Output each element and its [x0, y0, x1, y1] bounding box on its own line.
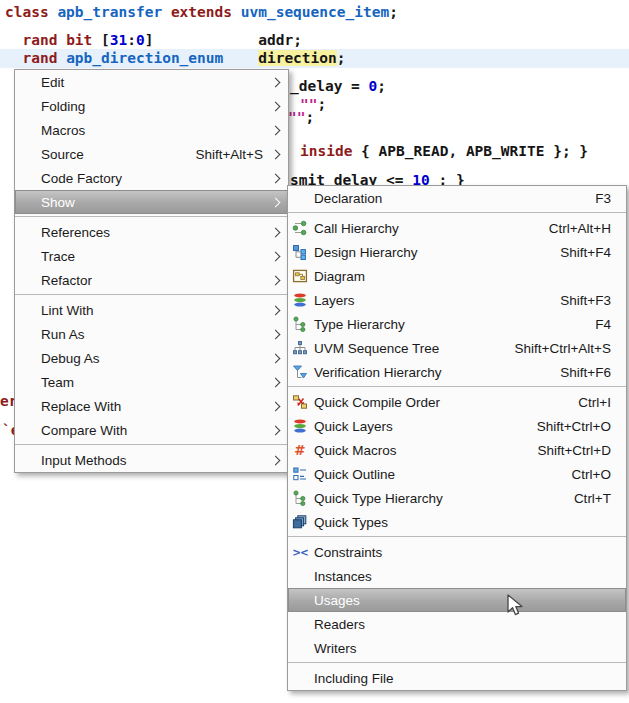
code-token: ;	[317, 96, 326, 112]
menu-item-quick-type-hierarchy[interactable]: Quick Type HierarchyCtrl+T	[288, 486, 626, 510]
mouse-cursor-icon	[506, 594, 528, 622]
menu-item-shortcut: Shift+F3	[560, 293, 611, 308]
code-editor-screen: class apb_transfer extends uvm_sequence_…	[0, 0, 629, 703]
menu-item-instances[interactable]: Instances	[288, 564, 626, 588]
menu-item-layers[interactable]: LayersShift+F3	[288, 288, 626, 312]
menu-item-shortcut: Shift+F6	[560, 365, 611, 380]
menu-item-shortcut: F4	[595, 317, 611, 332]
design-hierarchy-icon	[292, 244, 308, 260]
code-token: bit	[66, 32, 92, 48]
menu-item-replace-with[interactable]: Replace With	[15, 394, 288, 418]
code-token: inside	[300, 143, 352, 159]
menu-item-including-file[interactable]: Including File	[288, 666, 626, 690]
menu-item-run-as[interactable]: Run As	[15, 322, 288, 346]
menu-item-compare-with[interactable]: Compare With	[15, 418, 288, 442]
menu-item-label: Usages	[314, 593, 360, 608]
menu-item-usages[interactable]: Usages	[288, 588, 626, 612]
submenu-arrow-icon	[271, 77, 281, 87]
code-token: ;	[337, 50, 346, 66]
menu-item-input-methods[interactable]: Input Methods	[15, 448, 288, 472]
menu-item-label: Run As	[41, 327, 85, 342]
menu-item-label: Trace	[41, 249, 75, 264]
menu-item-call-hierarchy[interactable]: Call HierarchyCtrl+Alt+H	[288, 216, 626, 240]
menu-item-label: Quick Compile Order	[314, 395, 440, 410]
menu-item-readers[interactable]: Readers	[288, 612, 626, 636]
code-line: rand bit [31:0] addr;	[5, 31, 302, 50]
menu-item-writers[interactable]: Writers	[288, 636, 626, 660]
quick-types-icon	[292, 514, 308, 530]
empty-icon-slot	[292, 190, 308, 206]
menu-item-verification-hierarchy[interactable]: Verification HierarchyShift+F6	[288, 360, 626, 384]
menu-item-code-factory[interactable]: Code Factory	[15, 166, 288, 190]
empty-icon-slot	[292, 592, 308, 608]
call-hierarchy-icon	[292, 220, 308, 236]
context-menu: EditFoldingMacrosSourceShift+Alt+SCode F…	[14, 69, 289, 473]
code-token: apb_transfer	[57, 4, 162, 20]
menu-item-label: Code Factory	[41, 171, 122, 186]
code-fragment: inside { APB_READ, APB_WRITE }; }	[300, 142, 588, 161]
menu-item-uvm-sequence-tree[interactable]: UVM Sequence TreeShift+Ctrl+Alt+S	[288, 336, 626, 360]
empty-icon-slot	[292, 616, 308, 632]
submenu-arrow-icon	[271, 197, 281, 207]
code-token	[5, 50, 22, 66]
submenu-arrow-icon	[271, 329, 281, 339]
menu-item-references[interactable]: References	[15, 220, 288, 244]
menu-item-label: Readers	[314, 617, 365, 632]
empty-icon-slot	[292, 640, 308, 656]
menu-item-label: UVM Sequence Tree	[314, 341, 439, 356]
code-token: { APB_READ, APB_WRITE }; }	[352, 143, 588, 159]
submenu-arrow-icon	[271, 227, 281, 237]
code-token: ;	[377, 78, 386, 94]
code-token	[5, 32, 22, 48]
menu-item-shortcut: Shift+F4	[560, 245, 611, 260]
menu-item-label: Quick Layers	[314, 419, 393, 434]
menu-item-label: Constraints	[314, 545, 382, 560]
code-token: ] addr;	[145, 32, 302, 48]
code-token	[57, 50, 66, 66]
menu-item-show[interactable]: Show	[15, 190, 288, 214]
menu-item-quick-macros[interactable]: #Quick MacrosShift+Ctrl+D	[288, 438, 626, 462]
menu-item-design-hierarchy[interactable]: Design HierarchyShift+F4	[288, 240, 626, 264]
menu-item-shortcut: Shift+Ctrl+D	[537, 443, 611, 458]
code-token: rand	[22, 32, 57, 48]
constraints-icon: ><	[292, 544, 308, 560]
menu-item-label: Quick Outline	[314, 467, 395, 482]
code-token: apb_direction_enum	[66, 50, 223, 66]
menu-item-diagram[interactable]: Diagram	[288, 264, 626, 288]
submenu-arrow-icon	[271, 401, 281, 411]
menu-item-label: Instances	[314, 569, 372, 584]
menu-item-label: Folding	[41, 99, 85, 114]
menu-item-shortcut: Ctrl+T	[574, 491, 611, 506]
submenu-arrow-icon	[271, 353, 281, 363]
svg-text:><: ><	[292, 546, 308, 558]
menu-item-label: Type Hierarchy	[314, 317, 405, 332]
menu-item-label: Quick Types	[314, 515, 388, 530]
menu-item-shortcut: Shift+Ctrl+O	[537, 419, 611, 434]
menu-item-lint-with[interactable]: Lint With	[15, 298, 288, 322]
menu-item-trace[interactable]: Trace	[15, 244, 288, 268]
menu-item-macros[interactable]: Macros	[15, 118, 288, 142]
menu-item-label: References	[41, 225, 110, 240]
menu-item-label: Lint With	[41, 303, 94, 318]
menu-item-constraints[interactable]: ><Constraints	[288, 540, 626, 564]
menu-item-source[interactable]: SourceShift+Alt+S	[15, 142, 288, 166]
menu-item-quick-types[interactable]: Quick Types	[288, 510, 626, 534]
menu-item-label: Declaration	[314, 191, 382, 206]
layers-icon	[292, 292, 308, 308]
menu-item-refactor[interactable]: Refactor	[15, 268, 288, 292]
menu-item-edit[interactable]: Edit	[15, 70, 288, 94]
code-token: :	[127, 32, 136, 48]
menu-item-type-hierarchy[interactable]: Type HierarchyF4	[288, 312, 626, 336]
menu-separator	[288, 536, 626, 537]
menu-item-quick-compile-order[interactable]: Quick Compile OrderCtrl+I	[288, 390, 626, 414]
empty-icon-slot	[292, 670, 308, 686]
menu-item-quick-layers[interactable]: Quick LayersShift+Ctrl+O	[288, 414, 626, 438]
menu-item-quick-outline[interactable]: Quick OutlineCtrl+O	[288, 462, 626, 486]
menu-item-folding[interactable]: Folding	[15, 94, 288, 118]
menu-item-debug-as[interactable]: Debug As	[15, 346, 288, 370]
menu-item-declaration[interactable]: DeclarationF3	[288, 186, 626, 210]
menu-item-label: Team	[41, 375, 74, 390]
submenu-arrow-icon	[271, 425, 281, 435]
menu-item-label: Debug As	[41, 351, 100, 366]
menu-item-team[interactable]: Team	[15, 370, 288, 394]
